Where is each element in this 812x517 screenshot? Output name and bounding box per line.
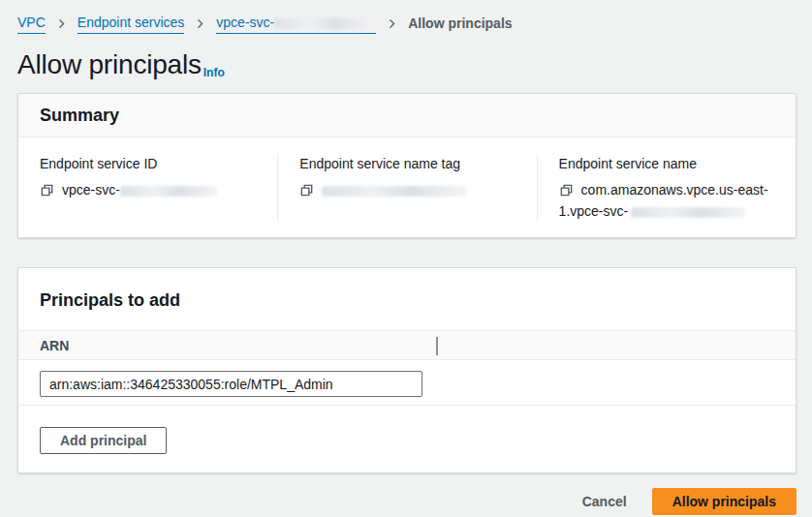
- breadcrumb-link-endpoint-services[interactable]: Endpoint services: [78, 13, 185, 34]
- form-actions: Cancel Allow principals: [17, 488, 796, 515]
- copy-icon[interactable]: [559, 183, 574, 200]
- copy-icon[interactable]: [40, 183, 54, 200]
- redacted-text: [274, 18, 376, 29]
- principals-card-footer: Add principal: [18, 406, 796, 472]
- allow-principals-page: VPC Endpoint services vpce-svc- Allow pr…: [0, 13, 812, 515]
- info-link[interactable]: Info: [203, 66, 225, 79]
- field-endpoint-service-name: Endpoint service name com.amazonaws.vpce…: [537, 154, 796, 222]
- field-value: [299, 179, 516, 200]
- field-label: Endpoint service name tag: [299, 154, 516, 173]
- redacted-text: [631, 207, 745, 218]
- field-endpoint-service-id: Endpoint service ID vpce-svc-: [18, 154, 277, 222]
- field-value: vpce-svc-: [40, 179, 258, 200]
- redacted-text: [120, 186, 217, 197]
- summary-title: Summary: [40, 105, 774, 126]
- breadcrumb-service-id-prefix: vpce-svc-: [216, 15, 274, 30]
- summary-card-body: Endpoint service ID vpce-svc- Endpoint s…: [18, 137, 796, 237]
- field-value-text: vpce-svc-: [62, 182, 120, 198]
- summary-card: Summary Endpoint service ID vpce-svc- En…: [17, 93, 796, 238]
- field-value: com.amazonaws.vpce.us-east-1.vpce-svc-: [559, 179, 776, 222]
- add-principal-button[interactable]: Add principal: [40, 427, 167, 454]
- breadcrumb: VPC Endpoint services vpce-svc- Allow pr…: [17, 13, 796, 34]
- arn-input-row: [18, 360, 796, 406]
- breadcrumb-link-vpc[interactable]: VPC: [17, 13, 46, 34]
- chevron-right-icon: [195, 18, 205, 29]
- redacted-text: [322, 186, 467, 197]
- arn-table-header: ARN: [18, 330, 796, 360]
- principals-title: Principals to add: [40, 289, 774, 311]
- column-resize-handle[interactable]: [436, 337, 438, 355]
- chevron-right-icon: [56, 18, 67, 29]
- field-endpoint-service-name-tag: Endpoint service name tag: [277, 154, 536, 222]
- copy-icon[interactable]: [299, 183, 314, 200]
- cancel-button[interactable]: Cancel: [582, 494, 627, 509]
- allow-principals-button[interactable]: Allow principals: [652, 488, 796, 515]
- breadcrumb-link-endpoint-service-id[interactable]: vpce-svc-: [216, 13, 376, 34]
- breadcrumb-current: Allow principals: [408, 14, 512, 33]
- arn-column-header: ARN: [40, 338, 69, 353]
- page-title: Allow principals: [17, 48, 202, 81]
- field-label: Endpoint service name: [559, 154, 776, 173]
- summary-card-header: Summary: [18, 94, 796, 137]
- principals-card-header: Principals to add: [18, 268, 796, 330]
- field-label: Endpoint service ID: [40, 154, 258, 173]
- principals-card: Principals to add ARN Add principal: [17, 267, 796, 473]
- chevron-right-icon: [387, 18, 397, 29]
- page-title-row: Allow principals Info: [17, 48, 796, 81]
- arn-input[interactable]: [40, 371, 422, 397]
